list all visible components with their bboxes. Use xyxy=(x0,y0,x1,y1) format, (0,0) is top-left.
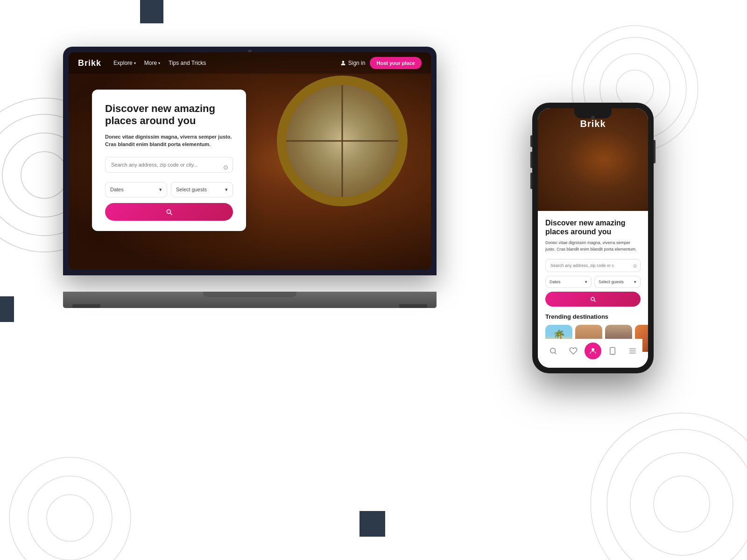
search-icon xyxy=(165,208,173,216)
phone-logo: Brikk xyxy=(580,119,606,129)
nav-link-explore[interactable]: Explore ▾ xyxy=(111,58,139,68)
search-nav-icon xyxy=(549,347,557,355)
svg-point-4 xyxy=(616,70,654,107)
sign-in-label: Sign in xyxy=(348,60,366,66)
phone-notch xyxy=(574,108,612,119)
laptop-nav-right: Sign in Host your place xyxy=(340,57,422,69)
guests-chevron-icon: ▾ xyxy=(225,187,228,193)
tablet-nav-icon xyxy=(608,347,617,355)
phone-nav-bookings[interactable] xyxy=(604,343,621,359)
laptop-card-description: Donec vitae dignissim magna, viverra sem… xyxy=(105,133,233,148)
phone-search-icon xyxy=(590,296,596,302)
sign-in-link[interactable]: Sign in xyxy=(340,60,366,66)
phone-guests-dropdown[interactable]: Select guests ▾ xyxy=(594,276,641,288)
phone-bottom-nav xyxy=(543,339,642,362)
laptop-screen-inner: Brikk Explore ▾ More ▾ Tips and Tricks xyxy=(69,52,431,270)
location-pin-icon: ⊙ xyxy=(223,163,228,170)
svg-point-17 xyxy=(592,348,594,351)
phone-search-button[interactable] xyxy=(545,292,641,307)
profile-nav-icon xyxy=(589,347,597,355)
explore-label: Explore xyxy=(113,60,133,66)
laptop-screen: Brikk Explore ▾ More ▾ Tips and Tricks xyxy=(63,47,437,275)
nav-link-more[interactable]: More ▾ xyxy=(141,58,163,68)
phone-silent-button xyxy=(530,135,532,147)
laptop-foot-left xyxy=(72,304,100,308)
menu-nav-icon xyxy=(628,347,637,355)
laptop-device: Brikk Explore ▾ More ▾ Tips and Tricks xyxy=(63,47,437,308)
phone-nav-menu[interactable] xyxy=(624,343,641,359)
phone-card-description: Donec vitae dignissim magna, viverra sem… xyxy=(545,240,641,252)
more-chevron-icon: ▾ xyxy=(158,61,160,65)
phone-dates-dropdown[interactable]: Dates ▾ xyxy=(545,276,592,288)
phone-navbar: Brikk xyxy=(538,119,648,129)
dates-label: Dates xyxy=(110,187,124,192)
host-place-button[interactable]: Host your place xyxy=(370,57,422,69)
phone-nav-search[interactable] xyxy=(545,343,562,359)
heart-nav-icon xyxy=(569,347,578,355)
bg-square-1 xyxy=(140,0,163,23)
dates-chevron-icon: ▾ xyxy=(159,187,162,193)
phone-trending-title: Trending destinations xyxy=(545,313,641,320)
decorative-circles-bottom-left xyxy=(0,448,140,560)
phone-dates-label: Dates xyxy=(550,280,561,284)
more-label: More xyxy=(144,60,157,66)
laptop-logo: Brikk xyxy=(78,58,101,68)
svg-point-10 xyxy=(607,429,747,560)
phone-location-icon: ⊙ xyxy=(633,263,637,268)
phone-hero-section: Brikk xyxy=(538,108,648,211)
explore-chevron-icon: ▾ xyxy=(134,61,136,65)
nav-link-tips[interactable]: Tips and Tricks xyxy=(166,58,209,68)
dates-dropdown[interactable]: Dates ▾ xyxy=(105,182,167,197)
svg-point-16 xyxy=(550,348,556,353)
guests-dropdown[interactable]: Select guests ▾ xyxy=(171,182,233,197)
phone-volume-down-button xyxy=(530,173,532,189)
laptop-foot-right xyxy=(399,304,427,308)
phone-device: Brikk Discover new amazing places around… xyxy=(532,103,654,373)
guests-label: Select guests xyxy=(176,187,207,192)
phone-guests-label: Select guests xyxy=(599,280,624,284)
laptop-dropdowns: Dates ▾ Select guests ▾ xyxy=(105,182,233,197)
svg-point-14 xyxy=(9,457,131,560)
svg-rect-18 xyxy=(610,347,615,354)
svg-point-13 xyxy=(28,476,112,560)
laptop-search-button[interactable] xyxy=(105,203,233,221)
laptop-search-card: Discover new amazing places around you D… xyxy=(92,90,246,231)
svg-point-11 xyxy=(591,413,747,560)
bg-square-4 xyxy=(359,511,385,537)
phone-power-button xyxy=(654,140,655,163)
phone-dates-chevron-icon: ▾ xyxy=(585,280,587,284)
laptop-window-circle xyxy=(277,76,408,206)
laptop-nav-links: Explore ▾ More ▾ Tips and Tricks xyxy=(111,58,209,68)
phone-nav-profile[interactable] xyxy=(585,343,601,359)
svg-point-12 xyxy=(47,495,93,541)
svg-point-0 xyxy=(21,152,68,198)
svg-point-9 xyxy=(630,453,733,555)
bg-square-3 xyxy=(0,296,14,322)
phone-outer: Brikk Discover new amazing places around… xyxy=(532,103,654,373)
laptop-search-input[interactable] xyxy=(105,157,233,173)
user-circle-icon xyxy=(340,60,346,66)
phone-search-input[interactable] xyxy=(545,259,641,272)
svg-point-8 xyxy=(654,476,710,532)
phone-search-row: ⊙ xyxy=(545,259,641,272)
svg-point-15 xyxy=(342,61,344,63)
laptop-search-row: ⊙ xyxy=(105,157,233,177)
phone-screen: Brikk Discover new amazing places around… xyxy=(538,108,648,368)
laptop-navbar: Brikk Explore ▾ More ▾ Tips and Tricks xyxy=(69,52,431,74)
phone-volume-up-button xyxy=(530,152,532,168)
laptop-card-title: Discover new amazing places around you xyxy=(105,103,233,127)
phone-dropdowns: Dates ▾ Select guests ▾ xyxy=(545,276,641,288)
phone-nav-favorites[interactable] xyxy=(565,343,582,359)
phone-card-title: Discover new amazing places around you xyxy=(545,218,641,236)
decorative-circles-bottom-right xyxy=(588,411,747,560)
laptop-base xyxy=(63,292,437,308)
phone-camera xyxy=(591,116,595,119)
phone-guests-chevron-icon: ▾ xyxy=(634,280,636,284)
tips-label: Tips and Tricks xyxy=(169,60,206,66)
laptop-hinge xyxy=(203,292,296,297)
